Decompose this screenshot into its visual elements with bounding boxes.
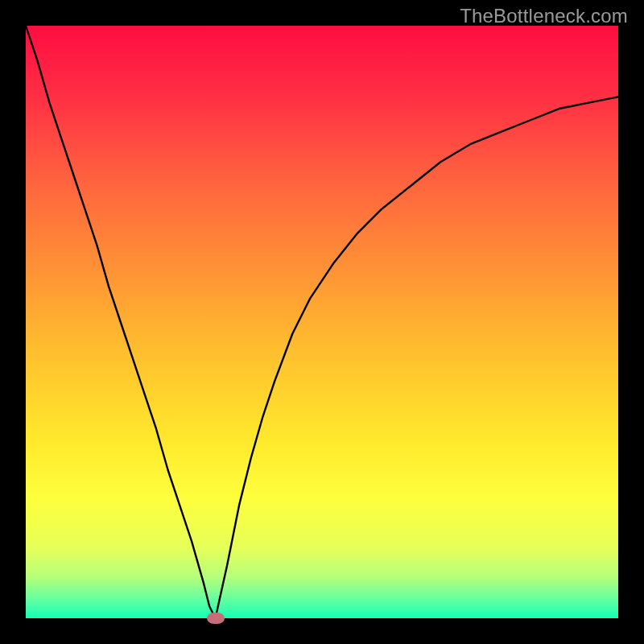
chart-canvas: TheBottleneck.com (0, 0, 644, 644)
bottleneck-curve (26, 26, 618, 618)
optimum-marker (207, 613, 225, 624)
watermark-text: TheBottleneck.com (460, 5, 628, 27)
plot-frame (26, 26, 618, 618)
